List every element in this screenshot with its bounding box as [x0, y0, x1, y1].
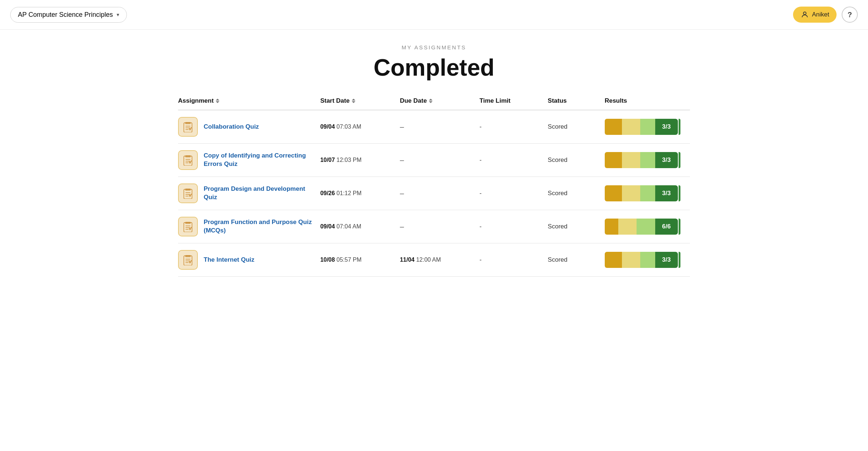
assignment-icon	[178, 183, 198, 203]
results-cell: 3/3	[605, 185, 690, 201]
user-name: Aniket	[812, 11, 829, 18]
start-date-cell: 10/08 05:57 PM	[320, 257, 400, 263]
score-bar-accent	[679, 119, 680, 135]
time-limit-cell: -	[479, 223, 548, 230]
assignment-icon	[178, 250, 198, 270]
user-icon	[800, 10, 809, 19]
sort-assignment-icon[interactable]	[216, 99, 219, 103]
results-cell: 3/3	[605, 252, 690, 268]
header: AP Computer Science Principles ▾ Aniket …	[0, 0, 868, 30]
results-cell: 3/3	[605, 119, 690, 135]
page-header: MY ASSIGNMENTS Completed	[0, 30, 868, 92]
score-bar-accent	[679, 252, 680, 268]
table-header: Assignment Start Date Due Date Time Limi…	[178, 92, 690, 110]
score-bar-accent	[679, 185, 680, 201]
assignment-link[interactable]: Program Design and Development Quiz	[204, 185, 320, 202]
results-cell: 6/6	[605, 219, 690, 235]
help-button[interactable]: ?	[842, 7, 858, 23]
user-badge[interactable]: Aniket	[793, 7, 837, 23]
assignment-cell: Collaboration Quiz	[178, 117, 320, 137]
svg-rect-1	[184, 123, 192, 132]
assignment-icon	[178, 150, 198, 170]
chevron-down-icon: ▾	[117, 12, 119, 18]
col-results: Results	[605, 97, 690, 105]
table-row: The Internet Quiz 10/08 05:57 PM11/04 12…	[178, 243, 690, 277]
results-cell: 3/3	[605, 152, 690, 168]
assignment-link[interactable]: The Internet Quiz	[204, 256, 254, 264]
time-limit-cell: -	[479, 256, 548, 264]
assignments-table: Assignment Start Date Due Date Time Limi…	[163, 92, 705, 277]
status-cell: Scored	[548, 123, 605, 130]
due-date-cell: –	[400, 189, 480, 198]
header-right: Aniket ?	[793, 7, 858, 23]
col-status: Status	[548, 97, 605, 105]
sort-duedate-icon[interactable]	[429, 99, 433, 103]
svg-rect-21	[184, 256, 192, 265]
assignment-icon	[178, 117, 198, 137]
score-label: 6/6	[655, 219, 678, 235]
assignment-cell: The Internet Quiz	[178, 250, 320, 270]
score-bar: 3/3	[605, 185, 678, 201]
assignment-link[interactable]: Copy of Identifying and Correcting Error…	[204, 152, 320, 168]
help-label: ?	[848, 11, 852, 19]
status-cell: Scored	[548, 190, 605, 197]
assignment-link[interactable]: Collaboration Quiz	[204, 123, 259, 131]
status-cell: Scored	[548, 256, 605, 264]
status-cell: Scored	[548, 223, 605, 230]
page-title: Completed	[0, 54, 868, 81]
svg-point-0	[803, 12, 806, 15]
time-limit-cell: -	[479, 190, 548, 197]
status-cell: Scored	[548, 156, 605, 164]
score-label: 3/3	[655, 252, 678, 268]
sort-startdate-icon[interactable]	[352, 99, 355, 103]
course-dropdown[interactable]: AP Computer Science Principles ▾	[10, 7, 127, 23]
score-bar: 3/3	[605, 119, 678, 135]
time-limit-cell: -	[479, 123, 548, 130]
score-bar: 3/3	[605, 152, 678, 168]
start-date-cell: 09/04 07:03 AM	[320, 124, 400, 130]
table-body: Collaboration Quiz 09/04 07:03 AM–-Score…	[178, 110, 690, 277]
assignment-cell: Copy of Identifying and Correcting Error…	[178, 150, 320, 170]
svg-rect-7	[185, 155, 191, 158]
assignment-cell: Program Design and Development Quiz	[178, 183, 320, 203]
page-subtitle: MY ASSIGNMENTS	[0, 44, 868, 50]
due-date-cell: –	[400, 156, 480, 164]
due-date-cell: –	[400, 223, 480, 231]
svg-rect-11	[184, 189, 192, 199]
assignment-cell: Program Function and Purpose Quiz (MCQs)	[178, 217, 320, 236]
score-bar-accent	[679, 152, 680, 168]
assignment-link[interactable]: Program Function and Purpose Quiz (MCQs)	[204, 218, 320, 235]
table-row: Copy of Identifying and Correcting Error…	[178, 144, 690, 177]
col-startdate: Start Date	[320, 97, 400, 105]
score-bar-accent	[679, 219, 680, 235]
table-row: Program Function and Purpose Quiz (MCQs)…	[178, 210, 690, 243]
time-limit-cell: -	[479, 156, 548, 164]
assignment-icon	[178, 217, 198, 236]
svg-rect-2	[185, 122, 191, 124]
col-timelimit: Time Limit	[479, 97, 548, 105]
score-label: 3/3	[655, 185, 678, 201]
svg-rect-22	[185, 255, 191, 257]
score-label: 3/3	[655, 152, 678, 168]
svg-rect-17	[185, 222, 191, 224]
svg-rect-12	[185, 189, 191, 191]
due-date-cell: –	[400, 123, 480, 131]
score-label: 3/3	[655, 119, 678, 135]
start-date-cell: 10/07 12:03 PM	[320, 157, 400, 163]
course-label: AP Computer Science Principles	[18, 11, 113, 19]
score-bar: 6/6	[605, 219, 678, 235]
start-date-cell: 09/26 01:12 PM	[320, 190, 400, 197]
col-assignment: Assignment	[178, 97, 320, 105]
table-row: Collaboration Quiz 09/04 07:03 AM–-Score…	[178, 110, 690, 144]
due-date-cell: 11/04 12:00 AM	[400, 257, 480, 263]
table-row: Program Design and Development Quiz 09/2…	[178, 177, 690, 210]
col-duedate: Due Date	[400, 97, 480, 105]
svg-rect-16	[184, 223, 192, 232]
start-date-cell: 09/04 07:04 AM	[320, 223, 400, 230]
score-bar: 3/3	[605, 252, 678, 268]
svg-rect-6	[184, 156, 192, 166]
